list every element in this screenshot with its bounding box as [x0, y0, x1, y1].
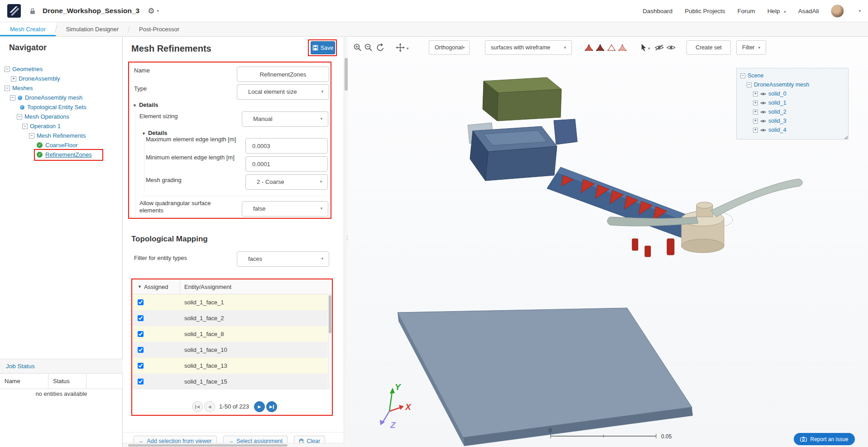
tree-item-mesh-refinements[interactable]: − Mesh Refinements	[29, 131, 86, 140]
row-checkbox[interactable]	[138, 379, 144, 385]
surface-refinement-icon[interactable]	[583, 42, 594, 53]
save-button[interactable]: Save	[311, 41, 335, 54]
zoom-out-icon[interactable]	[363, 42, 374, 53]
pan-move-icon[interactable]	[395, 42, 406, 53]
row-checkbox[interactable]	[138, 315, 144, 321]
scene-tree-root[interactable]: − Scene	[737, 71, 848, 80]
tree-item-topological-entity-sets[interactable]: Topological Entity Sets	[20, 102, 86, 112]
account-caret-icon[interactable]: ▾	[858, 9, 861, 13]
nav-forum[interactable]: Forum	[738, 8, 755, 14]
hide-entity-icon[interactable]	[654, 42, 665, 53]
table-row[interactable]: solid_1_face_2	[132, 310, 327, 326]
filter-select[interactable]: Filter▾	[736, 40, 766, 55]
floor-plate-model[interactable]	[398, 308, 693, 446]
table-scrollbar-thumb[interactable]	[329, 295, 331, 333]
entity-filter-select[interactable]: faces▼	[237, 251, 329, 267]
nav-public-projects[interactable]: Public Projects	[685, 8, 725, 14]
visibility-eye-icon[interactable]	[760, 128, 766, 132]
cursor-caret-icon[interactable]: ▾	[648, 46, 650, 51]
username-label[interactable]: AsadAli	[798, 8, 819, 14]
zoom-in-icon[interactable]	[352, 42, 363, 53]
tree-item-geometries[interactable]: − Geometries	[5, 64, 43, 74]
visibility-eye-icon[interactable]	[760, 101, 766, 105]
assignment-table-header[interactable]: ▼ Assigned Entity/Assignment	[132, 279, 332, 294]
expand-icon[interactable]: +	[753, 128, 758, 133]
scene-tree-solid-4[interactable]: + solid_4	[737, 125, 848, 135]
collapse-icon[interactable]: −	[5, 67, 10, 72]
tree-item-coarsefloor[interactable]: ✓ CoarseFloor	[37, 140, 78, 150]
expand-icon[interactable]: +	[753, 119, 758, 124]
scene-tree-solid-1[interactable]: + solid_1	[737, 98, 848, 107]
expand-icon[interactable]: +	[753, 101, 758, 106]
projection-select[interactable]: Orthogonal▾	[429, 40, 470, 55]
collapse-icon[interactable]: −	[5, 86, 10, 91]
nav-dashboard[interactable]: Dashboard	[643, 8, 672, 14]
name-input[interactable]	[237, 67, 329, 82]
min-edge-length-input[interactable]	[245, 156, 328, 172]
table-row[interactable]: solid_1_face_15	[132, 374, 327, 389]
tree-item-droneassembly-mesh[interactable]: − DroneAssembly mesh	[10, 93, 82, 102]
region-refinement-icon[interactable]	[606, 42, 617, 53]
panel-scrollbar[interactable]	[344, 37, 348, 447]
table-row[interactable]: solid_1_face_8	[132, 326, 327, 342]
visibility-eye-icon[interactable]	[760, 119, 766, 123]
row-checkbox[interactable]	[138, 299, 144, 305]
collapse-icon[interactable]: −	[747, 82, 752, 87]
feature-refinement-icon[interactable]	[617, 42, 628, 53]
tab-simulation-designer[interactable]: Simulation Designer	[56, 22, 129, 36]
scene-tree-solid-0[interactable]: + solid_0	[737, 89, 848, 98]
tree-item-operation-1[interactable]: − Operation 1	[22, 121, 61, 131]
quad-elements-select[interactable]: false▼	[242, 201, 328, 216]
user-avatar[interactable]	[831, 5, 844, 18]
previous-page-button[interactable]: ◀	[204, 401, 215, 412]
collapse-icon[interactable]: −	[740, 73, 745, 78]
visibility-eye-icon[interactable]	[760, 92, 766, 96]
scene-tree-solid-3[interactable]: + solid_3	[737, 116, 848, 125]
nav-help[interactable]: Help ▾	[767, 8, 786, 14]
job-status-header[interactable]: Job Status	[0, 359, 123, 374]
scene-tree-mesh[interactable]: − DroneAssembly mesh	[737, 80, 848, 89]
tree-item-mesh-operations[interactable]: − Mesh Operations	[17, 112, 69, 121]
expand-icon[interactable]: +	[753, 110, 758, 115]
reset-view-icon[interactable]	[375, 42, 386, 53]
collapse-icon[interactable]: −	[17, 114, 22, 120]
tree-item-refinementzones[interactable]: ✓ RefinementZones	[37, 150, 92, 159]
first-page-button[interactable]: ◀	[192, 401, 203, 412]
panel-scrollbar-thumb[interactable]	[345, 58, 348, 91]
row-checkbox[interactable]	[138, 331, 144, 337]
expand-icon[interactable]: +	[11, 76, 16, 82]
table-row[interactable]: solid_1_face_10	[132, 342, 327, 358]
volume-refinement-icon[interactable]	[595, 42, 605, 53]
max-edge-length-input[interactable]	[245, 138, 328, 154]
settings-gear-icon[interactable]: ⚙	[148, 7, 154, 15]
next-page-button[interactable]: ▶	[254, 401, 265, 412]
tab-post-processor[interactable]: Post-Processor	[129, 22, 189, 36]
panel-hscrollbar-thumb[interactable]	[128, 444, 288, 447]
mesh-grading-select[interactable]: 2 - Coarse▼	[245, 174, 328, 190]
panel-hscrollbar[interactable]	[123, 443, 344, 447]
table-row[interactable]: solid_1_face_13	[132, 358, 327, 374]
row-checkbox[interactable]	[138, 347, 144, 353]
resize-grip-icon[interactable]: ◢	[844, 135, 848, 139]
settings-caret-icon[interactable]: ▾	[157, 9, 159, 13]
scene-tree-solid-2[interactable]: + solid_2	[737, 107, 848, 116]
show-entity-icon[interactable]	[666, 42, 676, 53]
table-row[interactable]: solid_1_face_1	[132, 294, 327, 310]
tab-mesh-creator[interactable]: Mesh Creator	[0, 22, 56, 36]
last-page-button[interactable]: ▶	[266, 401, 277, 412]
tree-item-meshes[interactable]: − Meshes	[5, 83, 33, 93]
expand-icon[interactable]: +	[753, 91, 758, 96]
details-section-header[interactable]: ▼Details	[133, 101, 158, 109]
sort-triangle-icon[interactable]: ▼	[138, 284, 142, 289]
row-checkbox[interactable]	[138, 363, 144, 369]
element-sizing-select[interactable]: Manual▼	[242, 111, 328, 127]
create-set-button[interactable]: Create set	[686, 40, 731, 55]
collapse-icon[interactable]: −	[29, 133, 34, 139]
report-issue-button[interactable]: Report an issue	[794, 433, 855, 445]
visibility-eye-icon[interactable]	[760, 110, 766, 114]
type-select[interactable]: Local element size▼	[237, 84, 329, 100]
app-logo[interactable]	[7, 4, 21, 18]
table-scrollbar[interactable]	[328, 295, 331, 389]
render-mode-select[interactable]: surfaces with wireframe▾	[485, 40, 572, 55]
tree-item-droneassembly[interactable]: + DroneAssembly	[11, 74, 60, 83]
